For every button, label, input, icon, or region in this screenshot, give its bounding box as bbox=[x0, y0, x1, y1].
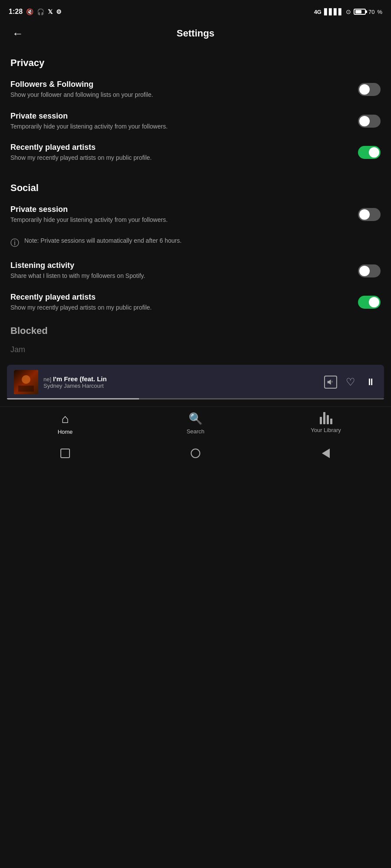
listening-activity-desc: Share what I listen to with my followers… bbox=[10, 272, 349, 281]
system-nav bbox=[0, 439, 391, 470]
back-system-button[interactable] bbox=[318, 446, 334, 461]
recently-played-artists-privacy-toggle[interactable] bbox=[358, 146, 381, 159]
time: 1:28 bbox=[9, 8, 23, 16]
followers-following-text: Followers & Following Show your follower… bbox=[10, 80, 358, 99]
settings-content: Privacy Followers & Following Show your … bbox=[0, 46, 391, 356]
private-session-privacy-toggle[interactable] bbox=[358, 115, 381, 128]
svg-text:8: 8 bbox=[331, 380, 333, 383]
private-session-privacy-text: Private session Temporarily hide your li… bbox=[10, 112, 358, 131]
wifi-icon: ⊙ bbox=[346, 8, 351, 15]
bottom-nav: ⌂ Home 🔍 Search Your Library bbox=[0, 406, 391, 439]
recently-played-artists-social-text: Recently played artists Show my recently… bbox=[10, 293, 358, 312]
pause-button[interactable]: ⏸ bbox=[364, 375, 377, 389]
mute-icon: 🔇 bbox=[26, 8, 33, 15]
now-playing-artist: Sydney James Harcourt bbox=[43, 383, 319, 389]
status-bar: 1:28 🔇 🎧 𝕏 ⚙ 4G ▋▋▋▋ ⊙ 70% bbox=[0, 0, 391, 23]
recently-played-artists-social-toggle[interactable] bbox=[358, 296, 381, 309]
toggle-knob bbox=[369, 147, 379, 158]
search-icon: 🔍 bbox=[189, 412, 202, 426]
followers-following-setting: Followers & Following Show your follower… bbox=[0, 74, 391, 106]
private-session-note: ⓘ Note: Private sessions will automatica… bbox=[0, 230, 391, 255]
toggle-knob bbox=[359, 266, 370, 276]
private-session-social-text: Private session Temporarily hide your li… bbox=[10, 205, 358, 224]
network-type: 4G bbox=[314, 9, 321, 15]
blocked-label: Blocked bbox=[10, 325, 381, 337]
back-triangle-icon bbox=[322, 449, 330, 458]
toggle-knob bbox=[369, 297, 379, 307]
battery-fill bbox=[355, 10, 361, 13]
private-session-social-desc: Temporarily hide your listening activity… bbox=[10, 216, 349, 224]
listening-activity-setting: Listening activity Share what I listen t… bbox=[0, 255, 391, 287]
listening-activity-text: Listening activity Share what I listen t… bbox=[10, 261, 358, 281]
recently-played-artists-privacy-title: Recently played artists bbox=[10, 143, 349, 152]
listening-activity-title: Listening activity bbox=[10, 261, 349, 270]
battery-percent: 70 bbox=[368, 9, 374, 15]
progress-fill bbox=[7, 398, 139, 399]
recently-played-artists-social-desc: Show my recently played artists on my pu… bbox=[10, 304, 349, 312]
heart-button[interactable]: ♡ bbox=[344, 374, 357, 390]
signal-icon: ▋▋▋▋ bbox=[324, 8, 343, 15]
library-label: Your Library bbox=[311, 427, 341, 433]
now-playing-bar[interactable]: ne] I'm Free (feat. Lin Sydney James Har… bbox=[7, 365, 384, 399]
search-label: Search bbox=[186, 428, 204, 435]
privacy-section-header: Privacy bbox=[0, 50, 391, 74]
home-label: Home bbox=[58, 429, 73, 435]
recently-played-artists-social-title: Recently played artists bbox=[10, 293, 349, 302]
headphone-icon: 🎧 bbox=[37, 8, 44, 15]
social-section: Social Private session Temporarily hide … bbox=[0, 175, 391, 318]
followers-following-title: Followers & Following bbox=[10, 80, 349, 89]
home-icon: ⌂ bbox=[62, 412, 69, 426]
home-system-button[interactable] bbox=[188, 446, 203, 461]
followers-following-desc: Show your follower and following lists o… bbox=[10, 91, 349, 99]
svg-rect-3 bbox=[328, 381, 329, 383]
app-header: ← Settings bbox=[0, 23, 391, 46]
speaker-icon[interactable]: 8 bbox=[324, 376, 337, 389]
recent-apps-button[interactable] bbox=[57, 446, 73, 461]
private-session-privacy-desc: Temporarily hide your listening activity… bbox=[10, 122, 349, 131]
battery-icon bbox=[354, 9, 366, 15]
nav-search[interactable]: 🔍 Search bbox=[130, 412, 261, 435]
followers-following-toggle[interactable] bbox=[358, 83, 381, 96]
note-text: Note: Private sessions will automaticall… bbox=[24, 236, 182, 245]
private-session-social-toggle[interactable] bbox=[358, 208, 381, 221]
toggle-knob bbox=[359, 116, 370, 126]
home-system-icon bbox=[191, 449, 200, 458]
now-playing-title: I'm Free (feat. Lin bbox=[53, 375, 107, 383]
private-session-privacy-setting: Private session Temporarily hide your li… bbox=[0, 106, 391, 137]
status-left: 1:28 🔇 🎧 𝕏 ⚙ bbox=[9, 8, 62, 16]
now-playing-info: ne] I'm Free (feat. Lin Sydney James Har… bbox=[43, 375, 319, 389]
album-art bbox=[14, 370, 38, 394]
now-playing-container: ne] I'm Free (feat. Lin Sydney James Har… bbox=[0, 365, 391, 406]
social-section-header: Social bbox=[0, 175, 391, 199]
private-session-social-setting: Private session Temporarily hide your li… bbox=[0, 199, 391, 231]
back-button[interactable]: ← bbox=[9, 25, 27, 42]
recently-played-artists-privacy-setting: Recently played artists Show my recently… bbox=[0, 137, 391, 168]
recent-apps-icon bbox=[60, 449, 70, 458]
library-icon bbox=[320, 412, 332, 424]
blocked-section-partial: Blocked bbox=[0, 318, 391, 340]
now-playing-prefix: ne] bbox=[43, 376, 51, 383]
recently-played-artists-social-setting: Recently played artists Show my recently… bbox=[0, 287, 391, 318]
private-session-social-title: Private session bbox=[10, 205, 349, 214]
nav-library[interactable]: Your Library bbox=[261, 412, 391, 433]
listening-activity-toggle[interactable] bbox=[358, 264, 381, 277]
settings-status-icon: ⚙ bbox=[56, 8, 62, 15]
svg-rect-2 bbox=[18, 386, 34, 392]
toggle-knob bbox=[359, 209, 370, 220]
nav-home[interactable]: ⌂ Home bbox=[0, 412, 130, 435]
twitter-icon: 𝕏 bbox=[48, 8, 53, 15]
now-playing-controls: 8 ♡ ⏸ bbox=[324, 374, 377, 390]
toggle-knob bbox=[359, 84, 370, 95]
svg-point-1 bbox=[22, 375, 30, 384]
privacy-section: Privacy Followers & Following Show your … bbox=[0, 50, 391, 168]
progress-bar bbox=[7, 398, 384, 399]
status-right: 4G ▋▋▋▋ ⊙ 70% bbox=[314, 8, 382, 15]
page-title: Settings bbox=[177, 28, 215, 39]
private-session-privacy-title: Private session bbox=[10, 112, 349, 121]
info-icon: ⓘ bbox=[10, 237, 19, 249]
recently-played-artists-privacy-text: Recently played artists Show my recently… bbox=[10, 143, 358, 162]
jam-label: Jam bbox=[0, 340, 391, 356]
recently-played-artists-privacy-desc: Show my recently played artists on my pu… bbox=[10, 154, 349, 162]
